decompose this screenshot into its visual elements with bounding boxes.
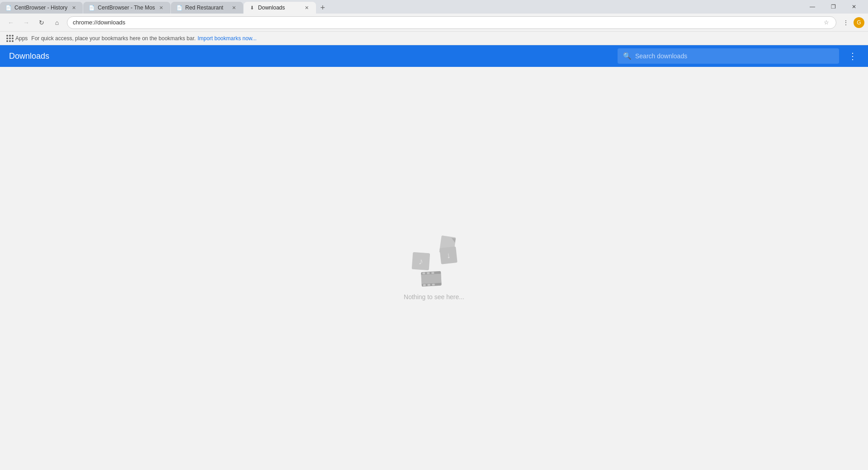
empty-illustration: ↓ ♪: [411, 236, 457, 286]
tab-downloads-icon: ⬇: [249, 5, 255, 11]
tab-downloads-close[interactable]: ✕: [303, 4, 311, 11]
downloads-header: Downloads 🔍 ⋮: [0, 45, 868, 67]
import-bookmarks-link[interactable]: Import bookmarks now...: [198, 35, 257, 42]
tab-restaurant-label: Red Restaurant: [185, 5, 228, 11]
nav-right-controls: ⋮ G: [839, 16, 864, 29]
navigation-bar: ← → ↻ ⌂ chrome://downloads ☆ ⋮ G: [0, 14, 868, 32]
minimize-button[interactable]: —: [802, 0, 823, 14]
bookmarks-bar: Apps For quick access, place your bookma…: [0, 32, 868, 45]
tab-most-label: CentBrowser - The Mos: [98, 5, 155, 11]
tab-history-label: CentBrowser - History: [14, 5, 67, 11]
home-button[interactable]: ⌂: [50, 15, 64, 30]
reload-button[interactable]: ↻: [34, 15, 49, 30]
tab-history[interactable]: 📄 CentBrowser - History ✕: [0, 2, 83, 14]
more-menu-button[interactable]: ⋮: [846, 49, 859, 63]
tab-most-close[interactable]: ✕: [158, 4, 165, 11]
window-controls: — ❐ ✕: [798, 0, 868, 14]
tab-restaurant-close[interactable]: ✕: [231, 4, 238, 11]
apps-grid-icon: [6, 35, 14, 42]
apps-label: Apps: [15, 35, 28, 42]
empty-state: ↓ ♪ Nothing to see here: [404, 236, 464, 301]
back-button[interactable]: ←: [4, 15, 18, 30]
tab-history-close[interactable]: ✕: [70, 4, 77, 11]
address-text: chrome://downloads: [73, 19, 820, 26]
download-arrow-icon: ↓: [439, 246, 458, 264]
title-bar: 📄 CentBrowser - History ✕ 📄 CentBrowser …: [0, 0, 868, 14]
downloads-page-title: Downloads: [9, 52, 618, 61]
apps-button[interactable]: Apps: [5, 34, 29, 43]
maximize-button[interactable]: ❐: [823, 0, 844, 14]
tab-history-icon: 📄: [5, 5, 12, 11]
main-content: ↓ ♪ Nothing to see here: [0, 67, 868, 470]
new-tab-button[interactable]: +: [316, 2, 329, 14]
tab-restaurant-icon: 📄: [176, 5, 183, 11]
star-icon[interactable]: ☆: [822, 19, 830, 27]
search-input[interactable]: [635, 52, 834, 60]
tab-most-icon: 📄: [89, 5, 95, 11]
tab-most[interactable]: 📄 CentBrowser - The Mos ✕: [83, 2, 170, 14]
film-icon: [421, 271, 442, 287]
tab-restaurant[interactable]: 📄 Red Restaurant ✕: [171, 2, 243, 14]
address-bar[interactable]: chrome://downloads ☆: [67, 16, 836, 29]
bookmarks-prompt: For quick access, place your bookmarks h…: [31, 35, 196, 42]
music-icon: ♪: [412, 252, 430, 271]
tab-downloads-label: Downloads: [258, 5, 301, 11]
tabs-area: 📄 CentBrowser - History ✕ 📄 CentBrowser …: [0, 0, 798, 14]
tab-downloads[interactable]: ⬇ Downloads ✕: [244, 2, 316, 14]
extensions-button[interactable]: ⋮: [839, 16, 853, 29]
address-icons: ☆: [822, 19, 830, 27]
forward-button[interactable]: →: [19, 15, 33, 30]
empty-message: Nothing to see here...: [404, 293, 464, 301]
close-button[interactable]: ✕: [844, 0, 864, 14]
search-bar[interactable]: 🔍: [618, 48, 839, 64]
profile-button[interactable]: G: [854, 17, 864, 28]
search-icon: 🔍: [623, 52, 632, 60]
